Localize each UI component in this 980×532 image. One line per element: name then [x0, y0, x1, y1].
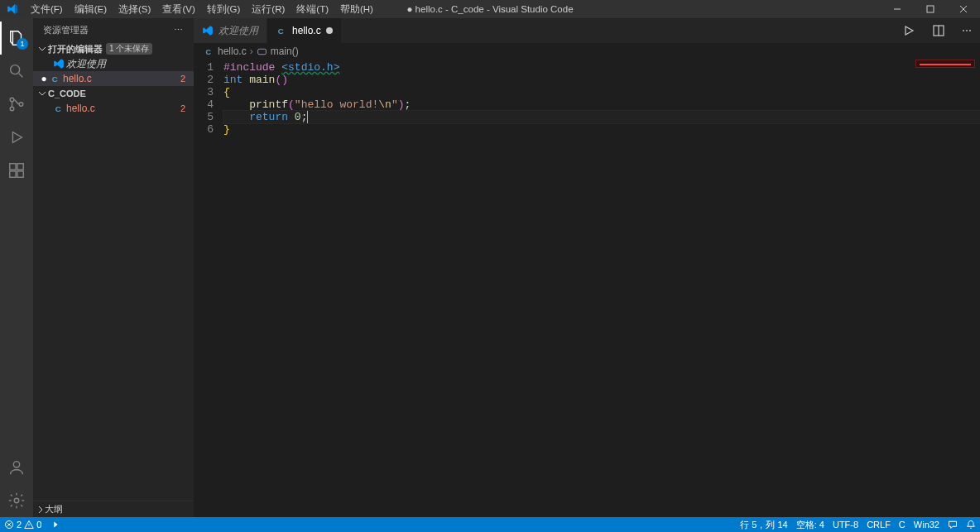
open-editors-header[interactable]: 打开的编辑器 1 个未保存: [33, 41, 194, 56]
tab-actions: ⋯: [899, 18, 980, 43]
gutter: 123456: [194, 60, 223, 517]
c-file-icon: C: [276, 25, 287, 36]
status-encoding[interactable]: UTF-8: [829, 517, 862, 532]
svg-rect-8: [17, 164, 23, 170]
menu-bar: 文件(F) 编辑(E) 选择(S) 查看(V) 转到(G) 运行(R) 终端(T…: [25, 0, 379, 18]
svg-rect-5: [10, 164, 16, 170]
menu-goto[interactable]: 转到(G): [201, 0, 247, 18]
window-controls: [881, 0, 980, 18]
error-count: 2: [17, 520, 22, 530]
chevron-right-icon: [36, 506, 45, 514]
chevron-down-icon: [36, 89, 48, 98]
tab-helloc[interactable]: C hello.c: [267, 18, 342, 43]
status-platform[interactable]: Win32: [910, 517, 944, 532]
vscode-logo-icon: [0, 3, 25, 15]
run-button[interactable]: [899, 21, 919, 41]
menu-terminal[interactable]: 终端(T): [291, 0, 334, 18]
unsaved-badge: 1 个未保存: [106, 43, 152, 55]
svg-point-2: [10, 98, 14, 102]
file-label: hello.c: [66, 103, 180, 114]
open-editor-label: 欢迎使用: [66, 57, 194, 71]
folder-header[interactable]: C_CODE: [33, 86, 194, 101]
more-actions-button[interactable]: ⋯: [958, 22, 975, 40]
status-feedback[interactable]: [944, 517, 962, 532]
status-live-share[interactable]: [46, 517, 65, 532]
c-file-icon: C: [51, 103, 66, 114]
activity-account[interactable]: [0, 451, 33, 484]
open-editor-label: hello.c: [63, 73, 180, 84]
activity-bar: 1: [0, 18, 33, 517]
activity-settings[interactable]: [0, 484, 33, 517]
maximize-button[interactable]: [914, 0, 947, 18]
breadcrumb-separator: ›: [250, 46, 253, 57]
chevron-down-icon: [36, 45, 48, 53]
status-bar: 2 0 行 5，列 14 空格: 4 UTF-8 CRLF C Win32: [0, 517, 980, 532]
status-errors[interactable]: 2 0: [0, 517, 46, 532]
svg-rect-16: [257, 49, 266, 55]
c-file-icon: C: [48, 73, 63, 84]
close-button[interactable]: [947, 0, 980, 18]
tab-label: 欢迎使用: [219, 24, 258, 38]
error-count: 2: [180, 74, 185, 84]
svg-rect-6: [10, 171, 16, 177]
code-lines[interactable]: #include <stdio.h>int main(){ printf("he…: [223, 60, 980, 517]
activity-scm[interactable]: [0, 88, 33, 121]
dirty-dot-icon: ●: [40, 73, 48, 84]
svg-point-4: [19, 103, 23, 107]
explorer-badge: 1: [17, 38, 28, 50]
status-spaces[interactable]: 空格: 4: [792, 517, 829, 532]
open-editor-welcome[interactable]: 欢迎使用: [33, 56, 194, 71]
tab-welcome[interactable]: 欢迎使用: [194, 18, 267, 43]
activity-search[interactable]: [0, 55, 33, 88]
title-bar: 文件(F) 编辑(E) 选择(S) 查看(V) 转到(G) 运行(R) 终端(T…: [0, 0, 980, 18]
window-title: ● hello.c - C_code - Visual Studio Code: [406, 4, 573, 14]
menu-view[interactable]: 查看(V): [156, 0, 200, 18]
activity-explorer[interactable]: 1: [0, 22, 33, 55]
breadcrumb[interactable]: C hello.c › main(): [194, 43, 980, 60]
warning-count: 0: [36, 520, 41, 530]
activity-extensions[interactable]: [0, 154, 33, 187]
svg-text:C: C: [205, 47, 211, 55]
menu-file[interactable]: 文件(F): [25, 0, 69, 18]
svg-point-1: [11, 65, 20, 74]
minimap[interactable]: [915, 60, 975, 68]
sidebar-header: 资源管理器 ⋯: [33, 18, 194, 41]
status-bell[interactable]: [962, 517, 980, 532]
svg-text:C: C: [52, 74, 58, 84]
menu-run[interactable]: 运行(R): [246, 0, 291, 18]
tab-label: hello.c: [292, 25, 321, 36]
breadcrumb-file[interactable]: hello.c: [218, 46, 247, 57]
svg-text:C: C: [278, 26, 284, 36]
status-language[interactable]: C: [895, 517, 910, 532]
dirty-dot-icon: [326, 27, 333, 34]
status-lncol[interactable]: 行 5，列 14: [736, 517, 791, 532]
svg-rect-7: [17, 171, 23, 177]
sidebar: 资源管理器 ⋯ 打开的编辑器 1 个未保存 欢迎使用 ● C hello.c 2: [33, 18, 194, 517]
svg-rect-0: [927, 6, 934, 12]
menu-select[interactable]: 选择(S): [113, 0, 156, 18]
outline-label: 大纲: [45, 503, 63, 515]
folder-file-helloc[interactable]: C hello.c 2: [33, 101, 194, 116]
editor-area: 欢迎使用 C hello.c ⋯ C: [194, 18, 980, 517]
svg-point-9: [13, 462, 19, 467]
svg-text:C: C: [55, 104, 61, 113]
activity-debug[interactable]: [0, 121, 33, 154]
code-editor[interactable]: 123456 #include <stdio.h>int main(){ pri…: [194, 60, 980, 517]
c-file-icon: C: [204, 46, 214, 57]
menu-help[interactable]: 帮助(H): [334, 0, 379, 18]
sidebar-more-icon[interactable]: ⋯: [174, 25, 184, 36]
svg-point-10: [14, 498, 19, 503]
symbol-icon: [257, 46, 267, 57]
breadcrumb-symbol[interactable]: main(): [271, 46, 299, 57]
open-editor-helloc[interactable]: ● C hello.c 2: [33, 71, 194, 86]
svg-point-3: [10, 107, 14, 111]
menu-edit[interactable]: 编辑(E): [69, 0, 113, 18]
minimize-button[interactable]: [881, 0, 914, 18]
minimap-error-marker: [920, 64, 971, 65]
vscode-icon: [51, 58, 66, 69]
status-eol[interactable]: CRLF: [862, 517, 895, 532]
editor-tabs: 欢迎使用 C hello.c ⋯: [194, 18, 980, 43]
outline-header[interactable]: 大纲: [33, 501, 194, 517]
split-editor-button[interactable]: [929, 21, 949, 41]
vscode-icon: [202, 25, 214, 36]
